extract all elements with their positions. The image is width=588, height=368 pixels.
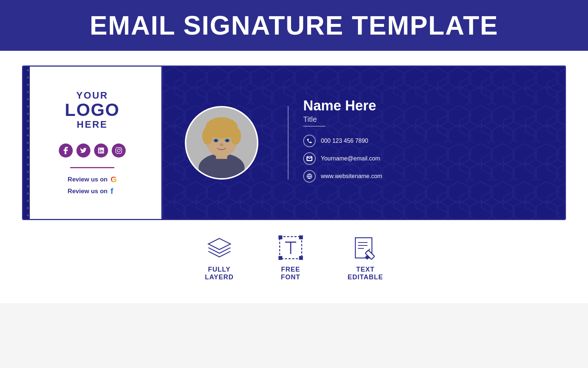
left-panel-divider: [70, 167, 114, 168]
svg-marker-34: [366, 256, 369, 259]
layers-icon: [207, 235, 232, 261]
profile-area: [163, 106, 273, 180]
right-panel: Name Here Title 000 123 456 7890 Yournam…: [163, 67, 565, 219]
header-title: EMAIL SIGNATURE TEMPLATE: [0, 10, 588, 40]
email-text: Yourname@email.com: [321, 155, 380, 162]
facebook-f-icon: f: [111, 187, 113, 196]
review-google-link[interactable]: Review us on G: [68, 175, 117, 184]
vertical-divider: [288, 106, 288, 180]
svg-marker-21: [208, 238, 230, 250]
svg-point-12: [202, 127, 213, 145]
phone-text: 000 123 456 7890: [321, 138, 368, 144]
features-section: FULLY LAYERD FREE FONT: [22, 220, 566, 289]
feature-fully-layered: FULLY LAYERD: [205, 235, 233, 281]
signature-card: YOUR LOGO HERE: [22, 66, 566, 220]
feature-text-editable: TEXT EDITABLE: [348, 235, 383, 281]
website-contact-item: www.websitename.com: [303, 170, 550, 183]
phone-icon: [303, 135, 316, 147]
review-links: Review us on G Review us on f: [68, 175, 117, 196]
header-banner: EMAIL SIGNATURE TEMPLATE: [0, 0, 588, 51]
main-content: YOUR LOGO HERE: [0, 51, 588, 303]
free-font-label: FREE FONT: [281, 266, 300, 281]
svg-point-1: [117, 149, 120, 152]
svg-point-17: [226, 139, 228, 142]
linkedin-social-icon[interactable]: [94, 144, 108, 158]
website-icon: [303, 170, 316, 183]
edit-icon: [352, 235, 378, 261]
svg-point-13: [230, 127, 241, 145]
logo-here: HERE: [65, 119, 119, 130]
svg-rect-28: [300, 256, 302, 259]
svg-rect-0: [116, 148, 122, 153]
feature-free-font: FREE FONT: [278, 235, 304, 281]
review-facebook-link[interactable]: Review us on f: [68, 187, 113, 196]
review-google-text: Review us on: [68, 176, 108, 183]
website-text: www.websitename.com: [321, 173, 382, 180]
review-facebook-text: Review us on: [68, 188, 108, 195]
svg-point-16: [215, 139, 217, 142]
contact-name: Name Here: [303, 98, 550, 114]
phone-contact-item: 000 123 456 7890: [303, 135, 550, 147]
left-panel: YOUR LOGO HERE: [23, 67, 163, 219]
instagram-social-icon[interactable]: [112, 144, 126, 158]
svg-point-18: [220, 144, 223, 146]
text-editable-label: TEXT EDITABLE: [348, 266, 383, 281]
google-g-icon: G: [111, 175, 117, 184]
contact-title: Title: [303, 115, 550, 124]
svg-rect-26: [300, 236, 302, 239]
twitter-social-icon[interactable]: [76, 144, 90, 158]
email-icon: [303, 152, 316, 165]
text-icon: [278, 235, 304, 261]
profile-photo-circle: [185, 106, 258, 180]
logo-area: YOUR LOGO HERE: [65, 90, 119, 130]
logo-logo: LOGO: [65, 101, 119, 119]
social-icons-row: [59, 144, 126, 158]
email-contact-item: Yourname@email.com: [303, 152, 550, 165]
svg-rect-25: [279, 236, 282, 239]
logo-your: YOUR: [65, 90, 119, 101]
fully-layered-label: FULLY LAYERD: [205, 266, 233, 281]
facebook-social-icon[interactable]: [59, 144, 73, 158]
title-underline: [303, 126, 325, 127]
left-hex-pattern: [23, 67, 30, 219]
svg-point-2: [120, 148, 121, 149]
contact-info: Name Here Title 000 123 456 7890 Yournam…: [303, 94, 565, 191]
person-avatar-svg: [186, 106, 257, 178]
svg-rect-27: [279, 256, 282, 259]
